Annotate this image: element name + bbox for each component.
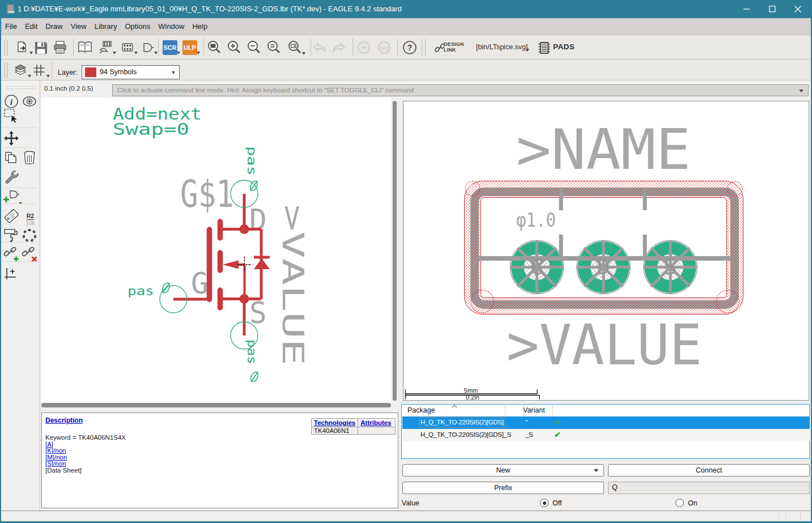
symbol-canvas-vscrollbar[interactable] <box>393 101 397 401</box>
value-tool-button[interactable]: R2 10k <box>23 210 38 226</box>
value-off-radio[interactable] <box>540 499 549 507</box>
zoom-out-button[interactable] <box>246 40 262 56</box>
smash-tool-button[interactable] <box>3 228 19 244</box>
design-link-label[interactable]: DESIGN LINK <box>444 41 464 53</box>
layer-settings-button[interactable] <box>13 62 29 78</box>
zoom-fit-button[interactable] <box>206 40 222 56</box>
symbol-dropdown-icon[interactable] <box>113 52 116 54</box>
print-button[interactable] <box>52 40 68 56</box>
menu-file[interactable]: File <box>1 18 21 35</box>
technologies-header[interactable]: Technologies <box>312 419 358 427</box>
command-history-dropdown-icon[interactable] <box>799 90 804 92</box>
new-dropdown-icon[interactable] <box>594 469 598 472</box>
prefix-button[interactable]: Prefix <box>402 482 604 494</box>
variant-column-header[interactable]: Variant <box>523 406 545 414</box>
ltspice-dropdown-icon[interactable] <box>526 49 529 52</box>
package-row-selected[interactable]: H_Q_TK_TO-220SIS(2)[GDS] " ✔ <box>402 416 810 429</box>
menu-window[interactable]: Window <box>154 18 188 35</box>
package-row[interactable]: H_Q_TK_TO-220SIS(2)[GDS]_S _S ✔ <box>402 429 810 441</box>
menu-options[interactable]: Options <box>121 18 154 35</box>
show-tool-button[interactable] <box>22 93 37 109</box>
info-tool-button[interactable]: i <box>3 93 19 109</box>
description-link[interactable]: Description <box>45 416 83 424</box>
ltspice-dropdown[interactable]: [bin/LTspice.svg] <box>476 43 528 51</box>
package-column-header[interactable]: Package <box>407 406 435 414</box>
link-a[interactable]: [A] <box>45 441 53 448</box>
attributes-value[interactable] <box>358 427 396 435</box>
attributes-header[interactable]: Attributes <box>358 419 396 427</box>
edit-package-button[interactable] <box>120 40 135 56</box>
zoom-exact-button[interactable] <box>266 40 282 56</box>
command-line-input[interactable]: Click to activate command line mode. Hin… <box>112 84 809 96</box>
array-tool-button[interactable] <box>22 228 37 244</box>
link-k-non[interactable]: [K]/non <box>45 447 66 454</box>
sidebar-separator <box>3 261 37 262</box>
open-library-button[interactable] <box>15 40 31 56</box>
stop-button[interactable] <box>356 40 372 56</box>
menu-help[interactable]: Help <box>188 18 211 35</box>
help-button[interactable]: ? <box>402 40 418 56</box>
prefix-input[interactable]: Q <box>608 482 810 494</box>
undo-button[interactable] <box>312 40 328 56</box>
pads-label[interactable]: PADS <box>553 42 575 51</box>
run-script-button[interactable]: SCR <box>162 40 178 56</box>
connect-button[interactable]: Connect <box>608 464 810 477</box>
layers-dropdown-icon[interactable] <box>28 75 31 78</box>
technology-value[interactable]: TK40A06N1 <box>312 427 358 435</box>
pads-button[interactable] <box>536 40 552 56</box>
column-divider[interactable] <box>505 405 505 416</box>
run-ulp-button[interactable]: ULP <box>182 40 198 56</box>
toolbar-grip[interactable] <box>4 62 8 78</box>
zoom-dropdown-icon[interactable] <box>302 52 305 55</box>
redo-button[interactable] <box>331 40 347 56</box>
menu-library[interactable]: Library <box>91 18 121 35</box>
grid-dropdown-icon[interactable] <box>46 75 50 78</box>
package-canvas[interactable]: >NAME >VALUE φ1.0 <box>403 101 809 401</box>
check-icon: ✔ <box>554 418 560 427</box>
save-button[interactable] <box>33 40 49 56</box>
package-dropdown-icon[interactable] <box>134 52 138 54</box>
link-s-non[interactable]: [S]/non <box>45 460 66 467</box>
svg-text:?: ? <box>407 43 413 52</box>
edit-symbol-button[interactable] <box>98 40 114 56</box>
remove-link-tool-button[interactable] <box>22 247 37 263</box>
add-link-tool-button[interactable] <box>3 247 19 263</box>
zoom-redraw-button[interactable] <box>287 40 303 56</box>
column-divider[interactable] <box>523 405 524 416</box>
close-button[interactable] <box>785 0 810 18</box>
change-tool-button[interactable] <box>3 169 19 185</box>
symbol-canvas[interactable]: Add=next Swap=0 G$1 D G S >VALUE <box>41 97 391 403</box>
grid-button[interactable] <box>32 62 48 78</box>
go-button[interactable]: GO <box>376 40 392 56</box>
value-on-radio[interactable] <box>675 499 684 507</box>
link-m-non[interactable]: [M]/non <box>45 454 67 461</box>
library-button[interactable] <box>77 40 93 56</box>
symbol-canvas-hscrollbar[interactable] <box>41 403 391 407</box>
new-button[interactable]: New <box>402 464 604 477</box>
device-dropdown-icon[interactable] <box>154 52 158 54</box>
menu-view[interactable]: View <box>67 18 91 35</box>
scr-dropdown-icon[interactable] <box>177 52 180 54</box>
title-bar: 1 D:¥DATE¥E-work¥_Eagle mmLibrary05_01_0… <box>0 0 812 18</box>
column-divider[interactable] <box>552 405 553 416</box>
name-tool-button[interactable] <box>3 208 19 224</box>
move-tool-button[interactable] <box>3 130 19 146</box>
menu-edit[interactable]: Edit <box>21 18 41 35</box>
menu-draw[interactable]: Draw <box>41 18 66 35</box>
group-select-tool-button[interactable] <box>3 109 19 125</box>
dimension-tool-button[interactable] <box>3 267 19 283</box>
sort-ascending-icon[interactable] <box>452 405 457 408</box>
minimize-button[interactable] <box>734 0 759 18</box>
edit-device-button[interactable] <box>139 40 155 56</box>
add-part-tool-button[interactable] <box>3 189 19 205</box>
sidebar-grip[interactable] <box>6 86 35 89</box>
layer-select[interactable]: 94 Symbols <box>82 65 180 79</box>
delete-tool-button[interactable] <box>22 150 37 165</box>
ulp-dropdown-icon[interactable] <box>197 52 200 54</box>
copy-tool-button[interactable] <box>3 150 19 165</box>
toolbar-grip[interactable] <box>4 40 8 56</box>
zoom-in-button[interactable] <box>226 40 242 56</box>
maximize-button[interactable] <box>760 0 785 18</box>
book-icon <box>78 41 92 54</box>
package-value-placeholder: >VALUE <box>507 313 702 377</box>
